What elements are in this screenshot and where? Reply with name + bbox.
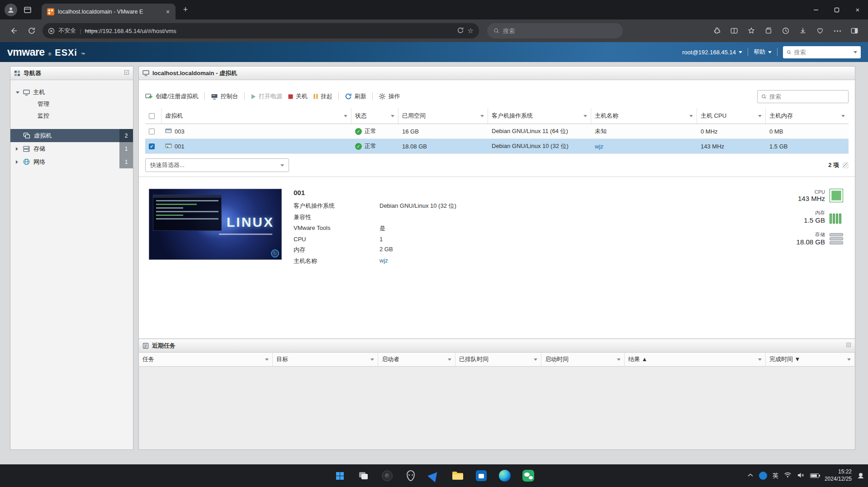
refresh-icon[interactable] bbox=[24, 24, 39, 38]
collections-icon[interactable] bbox=[761, 24, 776, 38]
back-icon[interactable] bbox=[6, 24, 21, 38]
console-button[interactable]: 控制台 bbox=[211, 92, 238, 100]
column-header-cpu[interactable]: 主机 CPU bbox=[697, 108, 766, 124]
battery-icon[interactable] bbox=[810, 473, 819, 478]
wechat-app[interactable] bbox=[520, 467, 537, 484]
task-column-result[interactable]: 结果 ▲ bbox=[625, 353, 766, 366]
tray-blue-app-icon[interactable] bbox=[759, 472, 767, 480]
start-button[interactable] bbox=[332, 467, 349, 484]
column-menu-icon[interactable] bbox=[344, 115, 347, 117]
column-header-space[interactable]: 已用空间 bbox=[398, 108, 488, 124]
sidebar-item-storage[interactable]: 存储 1 bbox=[10, 142, 133, 155]
notification-icon[interactable] bbox=[857, 472, 864, 480]
sidebar-item-monitor[interactable]: 监控 bbox=[10, 110, 133, 122]
field-value-hostname[interactable]: wjz bbox=[379, 257, 456, 265]
sidebar-item-host[interactable]: 主机 bbox=[10, 86, 133, 98]
vm-console-thumbnail[interactable]: LINUX ↻ bbox=[149, 189, 282, 260]
collapsed-arrow-icon[interactable] bbox=[16, 147, 18, 151]
copilot-button[interactable] bbox=[379, 467, 396, 484]
edge-app[interactable] bbox=[496, 467, 513, 484]
browser-essentials-icon[interactable] bbox=[813, 24, 827, 38]
vm-list-search[interactable] bbox=[757, 90, 849, 103]
split-screen-icon[interactable] bbox=[727, 24, 741, 38]
new-tab-button[interactable]: + bbox=[179, 4, 192, 16]
row-checkbox[interactable] bbox=[145, 124, 161, 138]
table-row-selected[interactable]: ✓ 001 ✓正常 18.08 GB Debian GNU/Linux 10 (… bbox=[145, 139, 849, 154]
quick-filter-dropdown[interactable]: 快速筛选器... bbox=[145, 158, 289, 172]
browser-search-input[interactable] bbox=[503, 28, 617, 34]
sidebar-item-network[interactable]: 网络 1 bbox=[10, 155, 133, 168]
esxi-search-input[interactable] bbox=[794, 49, 851, 56]
page-action-icon[interactable] bbox=[457, 27, 464, 35]
column-header-memory[interactable]: 主机内存 bbox=[766, 108, 849, 124]
resize-grip-icon[interactable] bbox=[843, 162, 849, 168]
select-all-checkbox[interactable] bbox=[145, 108, 161, 124]
tab-close-icon[interactable]: × bbox=[164, 8, 172, 16]
store-app[interactable] bbox=[473, 467, 490, 484]
column-menu-icon[interactable] bbox=[847, 358, 851, 361]
suspend-button[interactable]: 挂起 bbox=[313, 92, 332, 100]
task-column-target[interactable]: 目标 bbox=[273, 353, 378, 366]
column-menu-icon[interactable] bbox=[617, 358, 621, 361]
refresh-button[interactable]: 刷新 bbox=[345, 92, 366, 100]
taskbar-clock[interactable]: 15:22 2024/12/25 bbox=[825, 468, 852, 482]
browser-tab[interactable]: localhost.localdomain - VMware E × bbox=[42, 4, 175, 19]
vm-name-cell[interactable]: 001 bbox=[161, 139, 351, 153]
task-column-queued[interactable]: 已排队时间 bbox=[455, 353, 541, 366]
task-column-completed[interactable]: 完成时间 ▼ bbox=[766, 353, 855, 366]
sidebar-item-vms[interactable]: 虚拟机 2 bbox=[10, 129, 133, 142]
column-menu-icon[interactable] bbox=[758, 115, 762, 117]
column-menu-icon[interactable] bbox=[689, 115, 693, 117]
hostname-cell[interactable]: wjz bbox=[591, 139, 697, 153]
task-column-initiator[interactable]: 启动者 bbox=[378, 353, 455, 366]
sidebar-item-manage[interactable]: 管理 bbox=[10, 98, 133, 110]
vm-name[interactable]: 001 bbox=[294, 189, 456, 196]
profile-avatar-icon[interactable] bbox=[5, 4, 17, 16]
expand-arrow-icon[interactable] bbox=[16, 91, 19, 94]
power-on-button[interactable]: 打开电源 bbox=[251, 92, 282, 100]
thumbnail-refresh-icon[interactable]: ↻ bbox=[271, 249, 279, 258]
history-icon[interactable] bbox=[778, 24, 793, 38]
column-menu-icon[interactable] bbox=[370, 358, 374, 361]
workspaces-icon[interactable] bbox=[22, 4, 33, 16]
vm-name-cell[interactable]: 003 bbox=[161, 124, 351, 138]
copilot-sidebar-icon[interactable] bbox=[847, 24, 862, 38]
row-checkbox[interactable]: ✓ bbox=[145, 139, 161, 153]
column-menu-icon[interactable] bbox=[480, 115, 484, 117]
power-off-button[interactable]: 关机 bbox=[288, 92, 308, 100]
column-header-vm[interactable]: 虚拟机 bbox=[161, 108, 351, 124]
file-explorer-app[interactable] bbox=[449, 467, 466, 484]
column-menu-icon[interactable] bbox=[758, 358, 762, 361]
downloads-icon[interactable] bbox=[796, 24, 810, 38]
esxi-search[interactable] bbox=[783, 46, 861, 58]
settings-more-icon[interactable] bbox=[830, 24, 844, 38]
collapsed-arrow-icon[interactable] bbox=[16, 160, 18, 164]
column-menu-icon[interactable] bbox=[534, 358, 537, 361]
column-header-status[interactable]: 状态 bbox=[351, 108, 398, 124]
favorites-icon[interactable] bbox=[744, 24, 759, 38]
bookmark-star-icon[interactable]: ☆ bbox=[468, 27, 474, 35]
column-header-hostname[interactable]: 主机名称 bbox=[591, 108, 697, 124]
column-header-os[interactable]: 客户机操作系统 bbox=[488, 108, 591, 124]
user-menu[interactable]: root@192.168.45.14 bbox=[682, 49, 742, 56]
volume-icon[interactable] bbox=[797, 472, 805, 480]
create-vm-button[interactable]: 创建/注册虚拟机 bbox=[145, 92, 199, 100]
table-row[interactable]: 003 ✓正常 16 GB Debian GNU/Linux 11 (64 位)… bbox=[145, 124, 849, 139]
actions-button[interactable]: 操作 bbox=[379, 92, 400, 100]
extensions-icon[interactable] bbox=[710, 24, 724, 38]
alienware-app[interactable] bbox=[402, 467, 419, 484]
task-view-button[interactable] bbox=[355, 467, 372, 484]
column-menu-icon[interactable] bbox=[265, 358, 269, 361]
column-menu-icon[interactable] bbox=[583, 115, 587, 117]
address-bar[interactable]: 不安全 | https://192.168.45.14/ui/#/host/vm… bbox=[43, 23, 479, 38]
wifi-icon[interactable] bbox=[784, 472, 792, 479]
expand-panel-icon[interactable] bbox=[846, 342, 851, 349]
column-menu-icon[interactable] bbox=[391, 115, 394, 117]
task-column-task[interactable]: 任务 bbox=[139, 353, 273, 366]
pin-icon[interactable] bbox=[124, 70, 129, 76]
vm-list-search-input[interactable] bbox=[769, 93, 844, 100]
column-menu-icon[interactable] bbox=[448, 358, 451, 361]
help-menu[interactable]: 帮助 bbox=[754, 48, 772, 56]
column-menu-icon[interactable] bbox=[841, 115, 845, 117]
blue-app[interactable] bbox=[426, 467, 443, 484]
